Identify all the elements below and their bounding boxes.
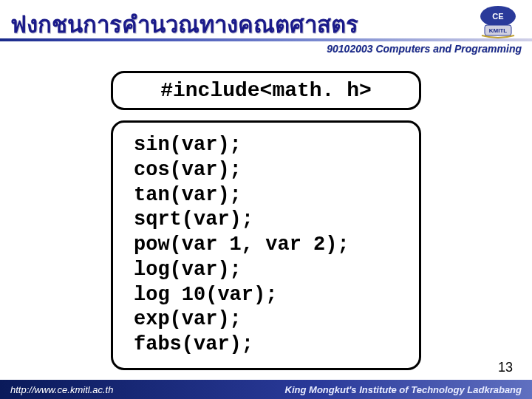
logo-text-kmitl: KMITL	[489, 27, 508, 34]
footer-institution: King Mongkut's Institute of Technology L…	[285, 384, 522, 395]
footer-url: http://www.ce.kmitl.ac.th	[10, 384, 113, 395]
function-list: sin(var); cos(var); tan(var); sqrt(var);…	[134, 133, 398, 358]
header-divider	[0, 38, 532, 41]
slide-title: ฟงกชนการคำนวณทางคณตศาสตร	[10, 6, 358, 43]
functions-box: sin(var); cos(var); tan(var); sqrt(var);…	[111, 120, 421, 370]
slide-content: #include<math. h> sin(var); cos(var); ta…	[0, 71, 532, 381]
include-directive: #include<math. h>	[160, 79, 372, 102]
slide-header: ฟงกชนการคำนวณทางคณตศาสตร CE KMITL 901020…	[0, 0, 532, 58]
kmitl-logo: CE KMITL	[471, 3, 525, 41]
page-number: 13	[498, 360, 513, 375]
slide-footer: http://www.ce.kmitl.ac.th King Mongkut's…	[0, 380, 532, 399]
logo-text-ce: CE	[492, 12, 503, 21]
course-code: 90102003 Computers and Programming	[327, 43, 522, 55]
include-box: #include<math. h>	[111, 71, 421, 110]
